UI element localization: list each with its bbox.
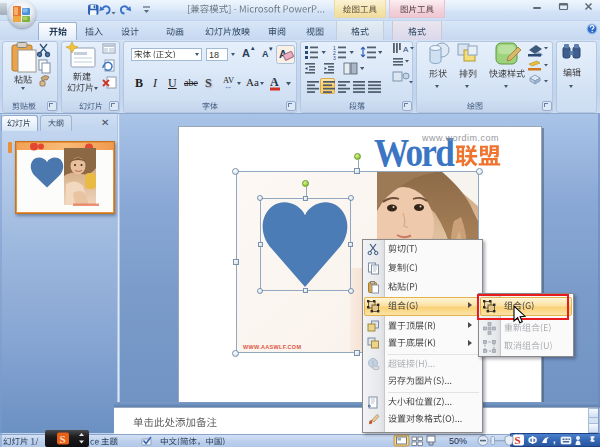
svg-text:A: A xyxy=(403,45,409,54)
svg-text:3: 3 xyxy=(333,55,336,60)
svg-text:,: , xyxy=(553,435,556,445)
svg-text:S: S xyxy=(60,433,66,445)
svg-text:S: S xyxy=(515,434,521,446)
svg-text:A: A xyxy=(270,75,279,89)
svg-text:Φ: Φ xyxy=(528,434,537,446)
